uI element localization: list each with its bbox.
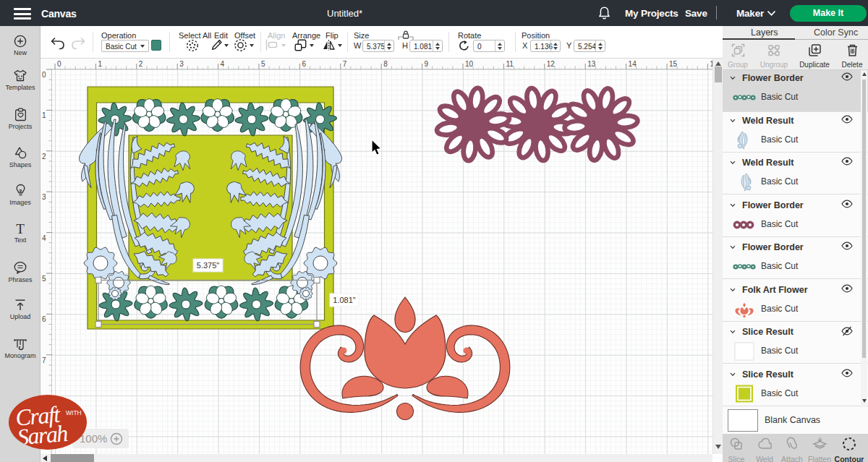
svg-text:0: 0 — [42, 71, 46, 79]
svg-text:WITH: WITH — [66, 409, 82, 416]
svg-text:5: 5 — [42, 275, 46, 283]
svg-text:12: 12 — [547, 60, 556, 68]
svg-text:0: 0 — [57, 60, 61, 68]
svg-text:1.081": 1.081" — [333, 296, 356, 304]
svg-text:11: 11 — [506, 60, 514, 68]
svg-text:15: 15 — [669, 60, 678, 68]
svg-text:3: 3 — [42, 193, 46, 201]
svg-text:4: 4 — [221, 60, 225, 68]
svg-text:1: 1 — [42, 111, 46, 119]
svg-text:14: 14 — [629, 60, 637, 68]
svg-text:5: 5 — [261, 60, 265, 68]
svg-text:1: 1 — [98, 60, 102, 68]
svg-text:10: 10 — [465, 60, 474, 68]
svg-text:7: 7 — [343, 60, 347, 68]
svg-text:2: 2 — [139, 60, 143, 68]
svg-text:6: 6 — [302, 60, 306, 68]
svg-text:6: 6 — [42, 315, 46, 323]
svg-text:5.375": 5.375" — [197, 261, 220, 270]
svg-text:3: 3 — [179, 60, 184, 68]
svg-text:9: 9 — [425, 60, 429, 68]
svg-text:7: 7 — [42, 356, 46, 364]
svg-text:8: 8 — [383, 60, 388, 68]
svg-text:13: 13 — [587, 60, 596, 68]
svg-text:4: 4 — [42, 234, 46, 242]
svg-text:2: 2 — [42, 153, 46, 161]
